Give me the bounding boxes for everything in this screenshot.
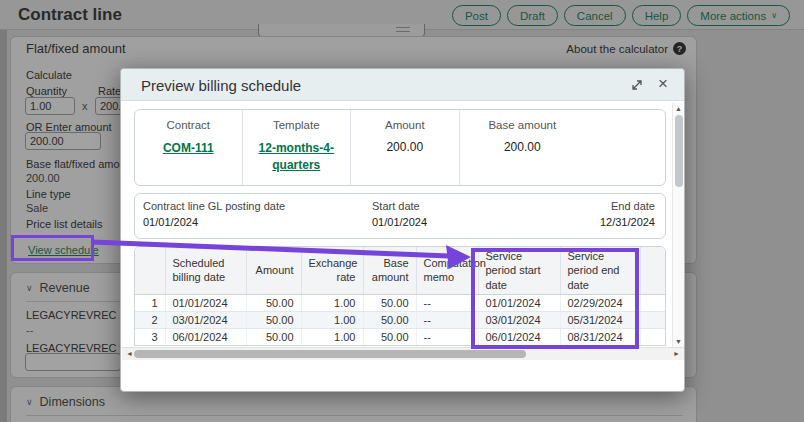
horizontal-scrollbar[interactable]: ◄ ►: [122, 347, 684, 360]
schedule-cell: 08/31/2024: [560, 328, 640, 345]
schedule-cell: 06/01/2024: [165, 328, 246, 345]
template-label: Template: [243, 119, 351, 131]
schedule-row: 101/01/202450.001.0050.00--01/01/202402/…: [135, 294, 666, 311]
base-amount-label: Base amount: [460, 119, 585, 131]
end-date-value: 12/31/2024: [562, 216, 655, 228]
schedule-cell: 3: [135, 328, 165, 345]
schedule-cell: 50.00: [246, 328, 301, 345]
amount-value: 200.00: [351, 140, 459, 154]
start-date-value: 01/01/2024: [372, 216, 562, 228]
contract-label: Contract: [135, 119, 242, 131]
schedule-table: Scheduled billing date Amount Exchange r…: [135, 247, 666, 346]
schedule-cell: 1.00: [301, 311, 363, 328]
base-amount-header: Base amount: [363, 247, 416, 294]
schedule-cell: 50.00: [363, 311, 416, 328]
schedule-cell: 50.00: [246, 345, 301, 346]
schedule-cell: 03/01/2024: [478, 311, 560, 328]
schedule-cell: --: [416, 294, 478, 311]
gl-posting-date: Contract line GL posting date 01/01/2024: [143, 200, 372, 238]
gl-posting-date-value: 01/01/2024: [143, 216, 372, 228]
schedule-cell: 09/01/2024: [165, 345, 246, 346]
template-link[interactable]: 12-months-4-quarters: [250, 140, 342, 175]
amount-header: Amount: [246, 247, 301, 294]
summary-amount: Amount 200.00: [350, 110, 459, 185]
scroll-up-icon[interactable]: ▲: [675, 105, 682, 112]
summary-base-amount: Base amount 200.00: [459, 110, 665, 185]
row-number-header: [135, 247, 165, 294]
schedule-row: 203/01/202450.001.0050.00--03/01/202405/…: [135, 311, 666, 328]
schedule-row: 409/01/202450.001.0050.0009/01/202412/31…: [135, 345, 666, 346]
scroll-down-icon[interactable]: ▼: [675, 338, 682, 345]
schedule-cell: 02/29/2024: [560, 294, 640, 311]
schedule-cell: 2: [135, 311, 165, 328]
schedule-cell: 4: [135, 345, 165, 346]
start-date: Start date 01/01/2024: [372, 200, 562, 238]
schedule-cell: 01/01/2024: [478, 294, 560, 311]
schedule-cell: [416, 345, 478, 346]
schedule-cell: 01/01/2024: [165, 294, 246, 311]
vertical-scrollbar[interactable]: ▲ ▼: [672, 103, 684, 347]
horizontal-scrollbar-thumb[interactable]: [134, 350, 526, 358]
schedule-cell: 1.00: [301, 294, 363, 311]
filler-cell: [640, 328, 666, 345]
vertical-scrollbar-thumb[interactable]: [675, 115, 683, 187]
computation-memo-header: Computation memo: [416, 247, 478, 294]
summary-contract: Contract COM-111: [135, 110, 242, 185]
filler-cell: [640, 345, 666, 346]
start-date-label: Start date: [372, 200, 562, 212]
schedule-cell: 50.00: [246, 294, 301, 311]
schedule-cell: 03/01/2024: [165, 311, 246, 328]
schedule-cell: 50.00: [363, 328, 416, 345]
end-date: End date 12/31/2024: [562, 200, 655, 238]
contract-line-screen: Contract line Post Draft Cancel Help Mor…: [0, 0, 804, 422]
filler-header: [640, 247, 666, 294]
service-period-end-header: Service period end date: [560, 247, 640, 294]
schedule-cell: 05/31/2024: [560, 311, 640, 328]
schedule-cell: 1.00: [301, 328, 363, 345]
schedule-table-wrap: Scheduled billing date Amount Exchange r…: [134, 246, 666, 346]
schedule-header-row: Scheduled billing date Amount Exchange r…: [135, 247, 666, 294]
base-amount-value: 200.00: [460, 140, 585, 154]
contract-link[interactable]: COM-111: [163, 140, 214, 157]
schedule-cell: 06/01/2024: [478, 328, 560, 345]
preview-billing-schedule-modal: Preview billing schedule × Contract COM-…: [120, 68, 685, 392]
end-date-label: End date: [562, 200, 655, 212]
schedule-cell: --: [416, 311, 478, 328]
summary-template: Template 12-months-4-quarters: [242, 110, 351, 185]
dates-card: Contract line GL posting date 01/01/2024…: [134, 193, 666, 239]
amount-label: Amount: [351, 119, 459, 131]
exchange-rate-header: Exchange rate: [301, 247, 363, 294]
schedule-cell: 12/31/2024: [560, 345, 640, 346]
schedule-cell: 09/01/2024: [478, 345, 560, 346]
filler-cell: [640, 311, 666, 328]
expand-icon[interactable]: [630, 78, 644, 92]
scroll-right-icon[interactable]: ►: [673, 350, 680, 357]
filler-cell: [640, 294, 666, 311]
schedule-cell: --: [416, 328, 478, 345]
schedule-cell: 1: [135, 294, 165, 311]
schedule-row: 306/01/202450.001.0050.00--06/01/202408/…: [135, 328, 666, 345]
schedule-cell: 50.00: [363, 345, 416, 346]
modal-title: Preview billing schedule: [141, 77, 301, 94]
scheduled-billing-date-header: Scheduled billing date: [165, 247, 246, 294]
modal-header: Preview billing schedule ×: [121, 69, 684, 101]
scroll-left-icon[interactable]: ◄: [126, 350, 133, 357]
gl-posting-date-label: Contract line GL posting date: [143, 200, 372, 212]
schedule-cell: 50.00: [363, 294, 416, 311]
schedule-cell: 50.00: [246, 311, 301, 328]
schedule-cell: 1.00: [301, 345, 363, 346]
service-period-start-header: Service period start date: [478, 247, 560, 294]
summary-card: Contract COM-111 Template 12-months-4-qu…: [134, 109, 666, 186]
close-icon[interactable]: ×: [658, 74, 668, 94]
